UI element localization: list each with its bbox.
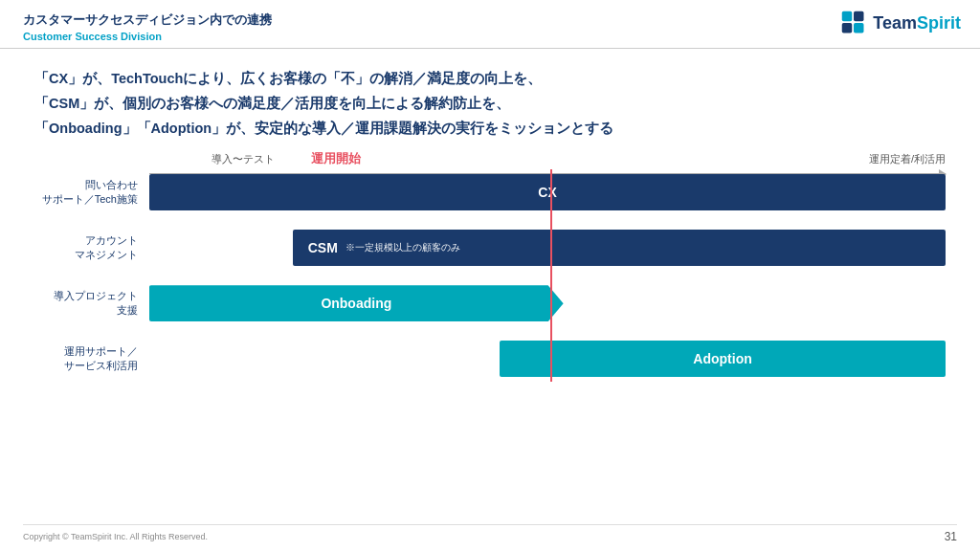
timeline-label-right: 運用定着/利活用 xyxy=(386,152,946,166)
red-divider-line xyxy=(550,169,552,382)
row-label-cx: 問い合わせサポート／Tech施策 xyxy=(34,178,149,208)
header-subtitle: Customer Success Division xyxy=(23,31,957,42)
row-label-adoption: 運用サポート／サービス利活用 xyxy=(34,344,149,374)
timeline-label-left: 導入〜テスト xyxy=(149,152,336,166)
teamspirit-logo-icon xyxy=(840,10,867,36)
row-label-csm: アカウントマネジメント xyxy=(34,233,149,263)
svg-rect-3 xyxy=(854,23,864,33)
chart-row-onboading: 導入プロジェクト支援 Onboading xyxy=(34,280,946,326)
chart-area: 導入〜テスト 運用開始 運用定着/利活用 問い合わせサポート／Tech施策 CX… xyxy=(0,150,980,382)
bar-csm: CSM ※一定規模以上の顧客のみ xyxy=(293,230,946,266)
header-title: カスタマーサクセスディビジョン内での連携 xyxy=(23,11,957,29)
svg-rect-1 xyxy=(854,11,864,22)
bar-adoption: Adoption xyxy=(500,341,946,377)
footer-copyright: Copyright © TeamSpirit Inc. All Rights R… xyxy=(23,532,208,541)
row-bars-adoption: Adoption xyxy=(149,336,946,382)
svg-rect-0 xyxy=(842,11,853,22)
row-bars-cx: CX xyxy=(149,169,946,215)
chart-row-csm: アカウントマネジメント CSM ※一定規模以上の顧客のみ xyxy=(34,225,946,271)
chart-row-adoption: 運用サポート／サービス利活用 Adoption xyxy=(34,336,946,382)
bar-cx: CX xyxy=(149,174,946,210)
logo: TeamSpirit xyxy=(840,10,961,36)
chart-rows-wrapper: 問い合わせサポート／Tech施策 CX アカウントマネジメント CSM ※一定規… xyxy=(34,169,946,382)
svg-rect-2 xyxy=(842,23,853,33)
footer: Copyright © TeamSpirit Inc. All Rights R… xyxy=(23,524,957,543)
row-label-onboading: 導入プロジェクト支援 xyxy=(34,289,149,319)
chart-row-cx: 問い合わせサポート／Tech施策 CX xyxy=(34,169,946,215)
description-text: 「CX」が、TechTouchにより、広くお客様の「不」の解消／満足度の向上を、… xyxy=(34,66,946,141)
bar-onboading: Onboading xyxy=(149,285,564,321)
timeline-label-mid: 運用開始 xyxy=(311,150,361,167)
header: カスタマーサクセスディビジョン内での連携 Customer Success Di… xyxy=(0,0,980,49)
row-bars-onboading: Onboading xyxy=(149,280,946,326)
logo-text: TeamSpirit xyxy=(873,13,961,33)
footer-page-number: 31 xyxy=(945,530,957,543)
description-block: 「CX」が、TechTouchにより、広くお客様の「不」の解消／満足度の向上を、… xyxy=(0,49,980,150)
row-bars-csm: CSM ※一定規模以上の顧客のみ xyxy=(149,225,946,271)
